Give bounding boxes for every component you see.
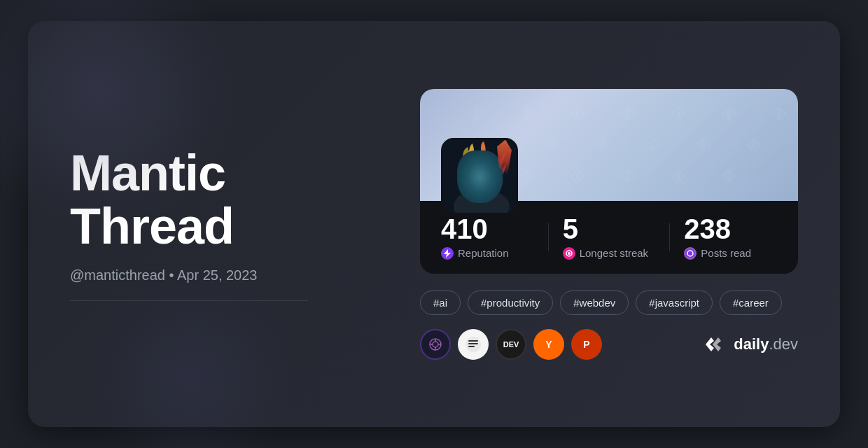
svg-rect-16 [468, 340, 478, 342]
posts-text: Posts read [701, 247, 751, 259]
source-producthunt[interactable]: P [571, 329, 602, 360]
tag-javascript[interactable]: #javascript [636, 290, 713, 315]
daily-dev-logo: daily.dev [700, 330, 798, 358]
join-date: Apr 25, 2023 [177, 267, 258, 283]
stat-streak-number: 5 [563, 215, 656, 243]
stat-reputation-number: 410 [441, 215, 534, 243]
profile-card-container: Mantic Thread @manticthread • Apr 25, 20… [28, 21, 840, 427]
avatar-image [443, 140, 516, 213]
stat-divider-1 [548, 223, 549, 251]
stat-reputation-label: Reputation [441, 247, 534, 260]
daily-dev-text: daily.dev [734, 335, 798, 354]
reputation-icon [441, 247, 454, 260]
profile-banner [420, 89, 798, 201]
svg-rect-18 [468, 346, 475, 347]
tag-ai[interactable]: #ai [420, 290, 461, 315]
posts-icon [684, 247, 696, 260]
source-icons: DEV Y P [420, 329, 602, 360]
streak-text: Longest streak [580, 247, 648, 259]
stat-posts-label: Posts read [684, 247, 777, 260]
source-hackernews[interactable]: Y [533, 329, 564, 360]
handle: @manticthread [70, 267, 165, 283]
source-dev[interactable]: DEV [496, 329, 526, 360]
divider [70, 300, 308, 301]
username-title: Mantic Thread [70, 147, 378, 253]
handle-date: @manticthread • Apr 25, 2023 [70, 267, 378, 284]
stat-reputation: 410 Reputation [441, 215, 534, 260]
svg-point-4 [485, 174, 491, 178]
svg-point-3 [472, 174, 478, 178]
svg-text:P: P [583, 339, 589, 350]
stat-divider-2 [669, 223, 670, 251]
tag-career[interactable]: #career [720, 290, 782, 315]
stat-posts-number: 238 [684, 215, 777, 243]
separator: • [169, 267, 176, 283]
streak-icon [563, 247, 575, 260]
svg-point-7 [568, 252, 570, 255]
svg-point-10 [433, 342, 438, 347]
reputation-text: Reputation [458, 247, 509, 259]
tag-webdev[interactable]: #webdev [560, 290, 629, 315]
profile-stats-card: 410 Reputation 5 [420, 89, 798, 274]
daily-dev-icon [700, 330, 728, 358]
svg-point-5 [461, 155, 503, 202]
svg-point-2 [462, 156, 501, 201]
stat-streak: 5 Longest streak [563, 215, 656, 260]
sources-row: DEV Y P [420, 329, 798, 360]
source-crosshair[interactable] [420, 329, 451, 360]
source-news[interactable] [458, 329, 489, 360]
left-section: Mantic Thread @manticthread • Apr 25, 20… [70, 147, 378, 300]
tag-productivity[interactable]: #productivity [468, 290, 553, 315]
svg-rect-17 [468, 343, 478, 344]
stat-posts: 238 Posts read [684, 215, 777, 260]
svg-point-8 [687, 251, 693, 256]
stat-streak-label: Longest streak [563, 247, 656, 260]
avatar [441, 138, 518, 215]
tags-row: #ai #productivity #webdev #javascript #c… [420, 290, 798, 315]
right-section: 410 Reputation 5 [378, 89, 798, 360]
